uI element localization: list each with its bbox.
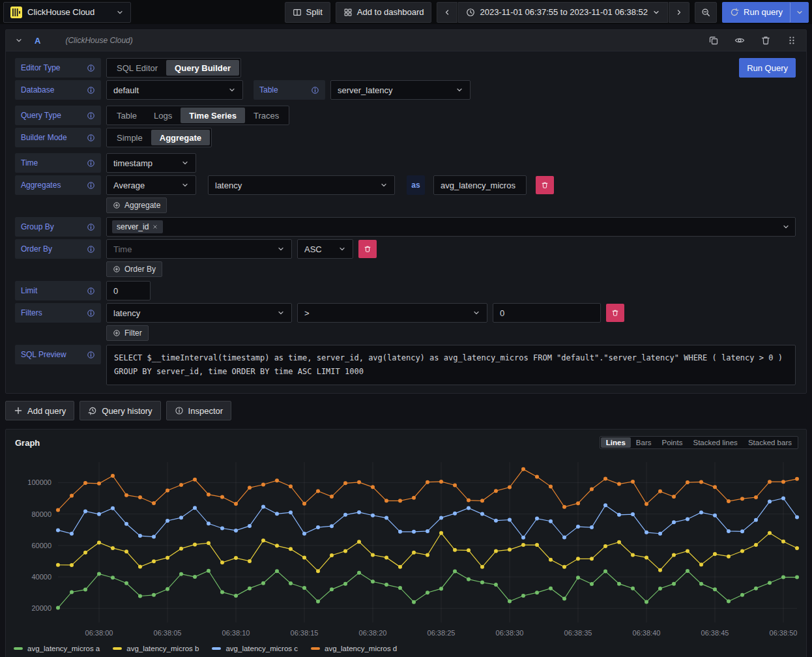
add-order-by-button[interactable]: Order By — [106, 261, 162, 277]
graph-panel-title: Graph — [15, 438, 40, 448]
info-icon[interactable] — [87, 111, 95, 120]
database-select[interactable]: default — [106, 80, 243, 100]
add-aggregate-button[interactable]: Aggregate — [106, 197, 167, 213]
legend-label[interactable]: avg_latency_micros c — [225, 645, 298, 652]
split-button[interactable]: Split — [285, 2, 330, 23]
run-query-interval-button[interactable] — [790, 2, 809, 23]
svg-text:06:38:05: 06:38:05 — [154, 629, 182, 637]
chevron-down-icon — [181, 181, 189, 189]
query-row-header[interactable]: A (ClickHouse Cloud) — [6, 30, 806, 51]
query-type-table[interactable]: Table — [108, 108, 145, 123]
row-database-table: Database default Table server_latency — [15, 80, 796, 100]
inspector-button[interactable]: Inspector — [166, 401, 231, 420]
query-type-time-series[interactable]: Time Series — [181, 108, 245, 123]
viz-stacked-bars[interactable]: Stacked bars — [743, 437, 797, 448]
hide-query-icon[interactable] — [734, 35, 745, 46]
chevron-down-icon — [456, 86, 463, 94]
remove-chip-icon[interactable] — [152, 224, 158, 230]
chevron-down-icon — [782, 223, 790, 231]
drag-handle-icon[interactable] — [787, 35, 797, 46]
remove-filter-button[interactable] — [606, 304, 624, 322]
svg-text:06:38:25: 06:38:25 — [428, 629, 456, 637]
table-select[interactable]: server_latency — [330, 80, 471, 100]
add-to-dashboard-button[interactable]: Add to dashboard — [336, 2, 432, 23]
legend-item[interactable]: avg_latency_micros d — [311, 645, 397, 652]
info-icon[interactable] — [87, 134, 95, 142]
info-icon[interactable] — [87, 86, 95, 95]
legend-label[interactable]: avg_latency_micros b — [126, 645, 199, 652]
chevron-down-icon — [116, 8, 124, 16]
builder-mode-switch: Simple Aggregate — [106, 128, 212, 147]
time-series-chart[interactable]: 06:38:0006:38:0506:38:1006:38:1506:38:20… — [8, 453, 805, 643]
query-type-traces[interactable]: Traces — [245, 108, 287, 123]
row-add-aggregate: Aggregate — [15, 197, 796, 213]
collapse-chevron-icon[interactable] — [15, 36, 23, 44]
chevron-down-icon — [277, 309, 285, 317]
datasource-picker[interactable]: ClickHouse Cloud — [3, 2, 131, 23]
info-icon[interactable] — [87, 351, 95, 359]
viz-lines[interactable]: Lines — [601, 437, 631, 448]
query-history-button[interactable]: Query history — [80, 401, 160, 420]
run-query-button[interactable]: Run query — [722, 2, 790, 23]
editor-run-query-button[interactable]: Run Query — [739, 58, 796, 78]
add-filter-button[interactable]: Filter — [106, 325, 149, 341]
limit-input[interactable]: 0 — [106, 281, 151, 300]
info-circle-icon — [175, 406, 184, 415]
duplicate-query-icon[interactable] — [708, 35, 719, 46]
builder-mode-aggregate[interactable]: Aggregate — [151, 130, 210, 145]
order-by-column-select[interactable]: Time — [106, 239, 292, 259]
remove-aggregate-button[interactable] — [536, 176, 554, 194]
filter-value-input[interactable]: 0 — [493, 303, 601, 323]
info-icon[interactable] — [87, 64, 95, 72]
add-query-button[interactable]: Add query — [5, 401, 74, 420]
info-icon[interactable] — [87, 223, 95, 231]
time-column-select[interactable]: timestamp — [106, 153, 196, 173]
row-limit: Limit 0 — [15, 281, 796, 300]
viz-stacked-lines[interactable]: Stacked lines — [688, 437, 742, 448]
svg-text:06:38:20: 06:38:20 — [359, 629, 387, 637]
row-query-type: Query Type Table Logs Time Series Traces — [15, 106, 796, 125]
builder-mode-simple[interactable]: Simple — [108, 130, 151, 145]
viz-points[interactable]: Points — [657, 437, 688, 448]
remove-order-by-button[interactable] — [358, 240, 377, 258]
filter-column-select[interactable]: latency — [106, 303, 292, 323]
aggregate-column-select[interactable]: latency — [208, 175, 395, 195]
svg-text:80000: 80000 — [31, 510, 51, 518]
legend-label[interactable]: avg_latency_micros a — [27, 645, 100, 652]
svg-text:06:38:40: 06:38:40 — [633, 629, 661, 637]
filter-operator-select[interactable]: > — [297, 303, 487, 323]
info-icon[interactable] — [87, 245, 95, 254]
legend-item[interactable]: avg_latency_micros a — [14, 645, 100, 652]
info-icon[interactable] — [311, 86, 319, 95]
time-forward-button[interactable] — [669, 2, 689, 23]
legend-label[interactable]: avg_latency_micros d — [325, 645, 397, 652]
legend-item[interactable]: avg_latency_micros c — [212, 645, 298, 652]
row-aggregates: Aggregates Average latency as avg_latenc… — [15, 175, 796, 195]
trash-icon — [541, 181, 549, 189]
editor-type-sql-editor[interactable]: SQL Editor — [108, 60, 166, 76]
viz-bars[interactable]: Bars — [631, 437, 657, 448]
aggregates-label: Aggregates — [15, 175, 101, 195]
time-label: Time — [15, 153, 101, 173]
delete-query-icon[interactable] — [761, 35, 771, 46]
group-by-multiselect[interactable]: server_id — [106, 217, 796, 237]
time-back-button[interactable] — [437, 2, 457, 23]
legend-item[interactable]: avg_latency_micros b — [113, 645, 199, 652]
editor-type-query-builder[interactable]: Query Builder — [166, 60, 239, 76]
order-by-direction-select[interactable]: ASC — [297, 239, 353, 259]
aggregate-alias-input[interactable]: avg_latency_micros — [433, 175, 527, 195]
time-range-button[interactable]: 2023-11-01 06:37:55 to 2023-11-01 06:38:… — [458, 2, 668, 23]
aggregate-function-select[interactable]: Average — [106, 175, 196, 195]
svg-text:20000: 20000 — [31, 604, 51, 612]
split-icon — [293, 8, 302, 17]
info-icon[interactable] — [87, 159, 95, 168]
info-icon[interactable] — [87, 309, 95, 317]
info-icon[interactable] — [87, 181, 95, 190]
info-icon[interactable] — [87, 287, 95, 295]
as-badge: as — [407, 175, 425, 195]
clickhouse-logo-icon — [10, 7, 22, 18]
chevron-down-icon — [652, 8, 660, 16]
zoom-out-button[interactable] — [695, 2, 717, 23]
query-type-logs[interactable]: Logs — [145, 108, 181, 123]
refresh-icon — [730, 8, 739, 17]
